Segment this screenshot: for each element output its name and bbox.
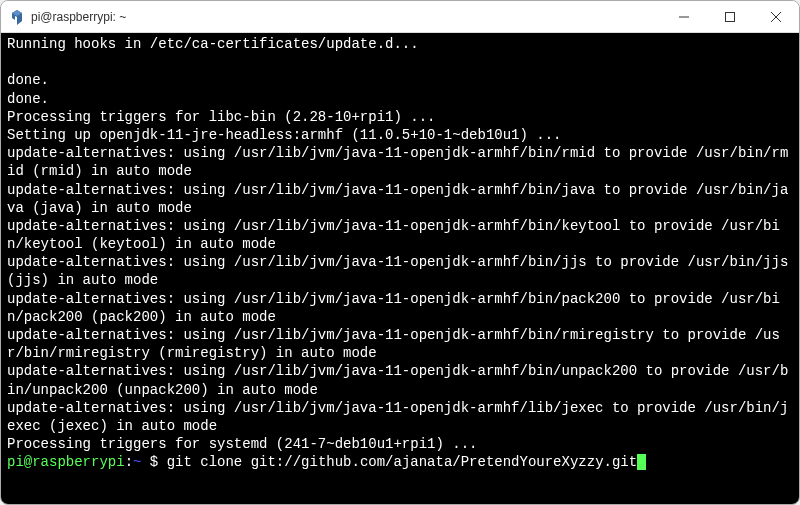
prompt-line: pi@raspberrypi:~ $ git clone git://githu… bbox=[7, 454, 646, 470]
svg-rect-1 bbox=[726, 12, 735, 21]
terminal-output: Running hooks in /etc/ca-certificates/up… bbox=[7, 36, 797, 452]
window-titlebar: pi@raspberrypi: ~ bbox=[1, 1, 799, 33]
terminal-area[interactable]: Running hooks in /etc/ca-certificates/up… bbox=[1, 33, 799, 504]
window-title: pi@raspberrypi: ~ bbox=[31, 10, 661, 24]
cursor-icon bbox=[637, 454, 646, 470]
prompt-user-host: pi@raspberrypi bbox=[7, 454, 125, 470]
minimize-button[interactable] bbox=[661, 1, 707, 32]
maximize-button[interactable] bbox=[707, 1, 753, 32]
prompt-separator: : bbox=[125, 454, 133, 470]
command-input[interactable]: git clone git://github.com/ajanata/Prete… bbox=[167, 454, 637, 470]
app-icon bbox=[9, 9, 25, 25]
prompt-symbol: $ bbox=[141, 454, 166, 470]
window-controls bbox=[661, 1, 799, 32]
close-button[interactable] bbox=[753, 1, 799, 32]
